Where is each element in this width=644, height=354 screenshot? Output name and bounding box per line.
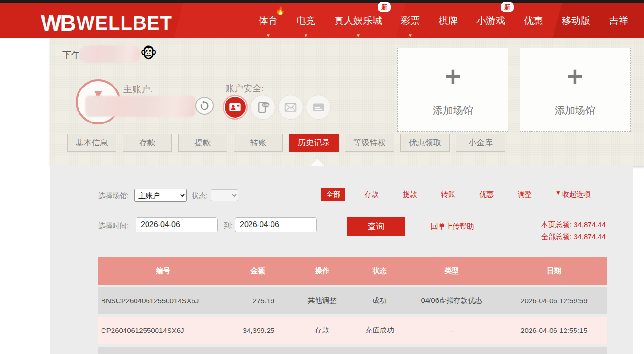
nav-item-board-games[interactable]: 棋牌 xyxy=(439,12,458,29)
type-tab-deposit[interactable]: 存款 xyxy=(364,190,379,199)
chevron-down-icon: ▼ xyxy=(304,33,308,38)
status-select[interactable] xyxy=(211,189,238,201)
fire-icon: 🔥 xyxy=(275,6,285,16)
id-card-icon[interactable] xyxy=(223,95,248,120)
type-filter-tabs: 全部 存款 提款 转账 优惠 调整 xyxy=(314,188,544,201)
cell-operation: 存款 xyxy=(287,317,357,344)
refresh-balance-button[interactable] xyxy=(195,97,214,115)
history-table: 编号 金额 操作 状态 类型 日期 BNSCP26040612550014SX6… xyxy=(98,257,607,354)
to-label: 到: xyxy=(224,221,233,231)
cell-amount: 275.19 xyxy=(228,287,287,314)
main-nav: 体育 🔥 ▼ 电竞 ▼ 真人娱乐城 新 ▼ 彩票 ▼ 棋牌 小游戏 xyxy=(259,3,628,38)
tab-transfer[interactable]: 转账 xyxy=(234,134,283,152)
browser-top-strip xyxy=(0,0,644,3)
receipt-upload-help-link[interactable]: 回单上传帮助 xyxy=(431,222,474,231)
logo-mark: WB xyxy=(41,10,75,36)
nav-item-mini-games[interactable]: 小游戏 新 xyxy=(476,12,505,29)
sms-phone-icon[interactable]: SMS xyxy=(250,95,275,120)
type-tab-adjust[interactable]: 调整 xyxy=(518,190,532,199)
col-header-type: 类型 xyxy=(403,257,501,285)
nav-item-mobile[interactable]: 移动版 xyxy=(562,12,590,29)
tab-promo-claim[interactable]: 优惠领取 xyxy=(400,134,450,152)
panel-divider xyxy=(340,79,340,123)
cell-status: 成功 xyxy=(357,287,403,314)
col-header-id: 编号 xyxy=(98,257,228,285)
nav-item-lottery[interactable]: 彩票 ▼ xyxy=(401,12,420,29)
chevron-down-icon: ▼ xyxy=(266,33,271,38)
tab-vip-privileges[interactable]: 等级特权 xyxy=(345,134,394,152)
account-history-page: WB WELLBET 体育 🔥 ▼ 电竞 ▼ 真人娱乐城 新 ▼ 彩票 ▼ xyxy=(0,0,644,354)
cell-operation: 其他调整 xyxy=(287,287,357,314)
type-tab-all[interactable]: 全部 xyxy=(321,188,345,201)
account-security-label: 账户安全: xyxy=(225,82,264,95)
chevron-down-icon: ▼ xyxy=(408,33,413,38)
cell-type: - xyxy=(403,317,501,344)
type-tab-promo[interactable]: 优惠 xyxy=(479,190,494,199)
security-icon-row: SMS xyxy=(223,95,331,120)
type-tab-transfer[interactable]: 转账 xyxy=(441,190,455,199)
cell-id: BNSCP26040612550014SX6J xyxy=(98,287,228,314)
tab-vault[interactable]: 小金库 xyxy=(456,134,505,152)
table-row: CP26040612550014SX6J 34,399.25 存款 充值成功 -… xyxy=(98,317,607,344)
new-badge: 新 xyxy=(501,2,514,12)
main-account-label: 主账户: xyxy=(123,83,153,96)
email-icon[interactable] xyxy=(278,95,303,120)
redacted-balance xyxy=(85,96,195,117)
wellbet-logo[interactable]: WB WELLBET xyxy=(41,10,172,36)
add-venue-button-2[interactable]: + 添加场馆 xyxy=(520,48,631,132)
table-row-clipped xyxy=(98,347,607,354)
tab-withdraw[interactable]: 提款 xyxy=(178,134,227,152)
monkey-emoji: 🐵 xyxy=(140,45,157,62)
all-total: 全部总额: 34,874.44 xyxy=(541,231,606,243)
page-total: 本页总额: 34,874.44 xyxy=(541,219,606,231)
cell-status: 充值成功 xyxy=(357,317,403,344)
nav-item-esports[interactable]: 电竞 ▼ xyxy=(296,12,316,29)
account-panel: 下午好 🐵 主账户: 账户安全: xyxy=(50,38,644,166)
tab-basic-info[interactable]: 基本信息 xyxy=(67,134,116,152)
logo-text: WELLBET xyxy=(77,12,172,34)
tab-deposit[interactable]: 存款 xyxy=(123,134,172,152)
main-header: WB WELLBET 体育 🔥 ▼ 电竞 ▼ 真人娱乐城 新 ▼ 彩票 ▼ xyxy=(0,3,644,38)
new-badge: 新 xyxy=(378,2,391,12)
col-header-amount: 金额 xyxy=(228,257,287,285)
table-row: BNSCP26040612550014SX6J 275.19 其他调整 成功 0… xyxy=(98,287,607,314)
refresh-icon xyxy=(199,100,210,111)
totals: 本页总额: 34,874.44 全部总额: 34,874.44 xyxy=(541,219,606,243)
cell-amount: 34,399.25 xyxy=(228,317,287,344)
plus-icon: + xyxy=(567,63,583,90)
tab-history[interactable]: 历史记录 xyxy=(289,134,339,152)
date-to-input[interactable] xyxy=(235,217,317,232)
col-header-status: 状态 xyxy=(357,257,403,285)
status-filter-label: 状态: xyxy=(192,191,208,200)
history-content: 选择场馆: 主账户 状态: 全部 存款 提款 转账 优惠 调整 ▼收起选项 选择… xyxy=(50,166,633,354)
account-tab-bar: 基本信息 存款 提款 转账 历史记录 等级特权 优惠领取 小金库 xyxy=(67,134,505,152)
nav-item-sports[interactable]: 体育 🔥 ▼ xyxy=(259,12,278,29)
cell-type: 04/06虚拟存款优惠 xyxy=(403,287,501,314)
svg-text:SMS: SMS xyxy=(263,103,269,106)
venue-select[interactable]: 主账户 xyxy=(134,189,187,202)
cell-date: 2026-04-06 12:55:15 xyxy=(501,317,607,344)
plus-icon: + xyxy=(445,63,461,90)
type-tab-withdraw[interactable]: 提款 xyxy=(403,190,417,199)
collapse-options-link[interactable]: ▼收起选项 xyxy=(555,190,591,199)
bank-card-icon[interactable] xyxy=(306,95,331,120)
cell-id: CP26040612550014SX6J xyxy=(98,317,228,344)
nav-item-jixiang[interactable]: 吉祥 xyxy=(609,12,628,29)
time-filter-label: 选择时间: xyxy=(98,221,129,231)
query-button[interactable]: 查询 xyxy=(347,217,405,236)
venue-filter-label: 选择场馆: xyxy=(98,191,129,200)
redacted-username xyxy=(79,45,140,63)
date-from-input[interactable] xyxy=(136,217,218,232)
table-header-row: 编号 金额 操作 状态 类型 日期 xyxy=(98,257,607,285)
col-header-operation: 操作 xyxy=(287,257,357,285)
chevron-down-icon: ▼ xyxy=(356,33,361,38)
nav-item-live-casino[interactable]: 真人娱乐城 新 ▼ xyxy=(334,12,382,29)
col-header-date: 日期 xyxy=(501,257,607,285)
triangle-down-icon: ▼ xyxy=(555,189,561,196)
add-venue-button-1[interactable]: + 添加场馆 xyxy=(397,48,508,132)
nav-item-promotions[interactable]: 优惠 xyxy=(524,12,543,29)
cell-date: 2026-04-06 12:59:59 xyxy=(501,287,607,314)
